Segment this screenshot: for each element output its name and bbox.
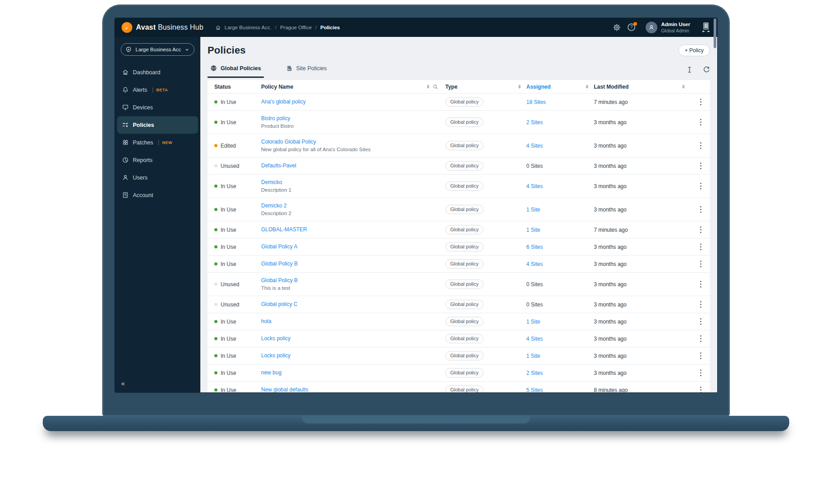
assigned-sites-link[interactable]: 2 Sites: [526, 119, 543, 126]
row-actions-kebab-icon[interactable]: [696, 97, 705, 107]
assigned-sites-link[interactable]: 2 Sites: [526, 370, 543, 376]
policy-name-link[interactable]: New global defaults: [261, 386, 308, 392]
status-label: In Use: [221, 99, 236, 105]
sort-icon[interactable]: [518, 85, 521, 89]
search-icon[interactable]: [433, 84, 438, 90]
policy-description: New global policy for all of Ana's Color…: [261, 146, 439, 153]
row-actions-kebab-icon[interactable]: [696, 368, 705, 378]
sidebar-collapse-button[interactable]: «: [121, 379, 125, 387]
policy-name-link[interactable]: Locks policy: [261, 335, 290, 342]
status-dot: [214, 245, 217, 248]
table-row: In Use hola Global policy 1 Site 3 month…: [208, 313, 710, 330]
sort-icon[interactable]: [427, 85, 430, 89]
assigned-cell: 5 Sites: [525, 387, 592, 393]
shield-icon: [125, 46, 132, 53]
column-header-type[interactable]: Type: [443, 84, 525, 90]
assigned-sites-link[interactable]: 1 Site: [526, 353, 540, 359]
policy-name-link[interactable]: hola: [261, 318, 271, 325]
assigned-sites-link[interactable]: 1 Site: [526, 227, 540, 233]
policy-name-link[interactable]: Demicko: [261, 179, 282, 186]
breadcrumb-site[interactable]: Prague Office: [280, 25, 312, 30]
tab-global-policies[interactable]: Global Policies: [208, 65, 264, 78]
edit-columns-icon[interactable]: [686, 66, 693, 73]
policy-name-link[interactable]: Global Policy B: [261, 277, 298, 284]
row-actions-kebab-icon[interactable]: [696, 141, 705, 151]
chevron-down-icon: [185, 47, 190, 52]
type-cell: Global policy: [443, 279, 525, 289]
policy-name-link[interactable]: GLOBAL-MASTER: [261, 226, 307, 234]
help-icon[interactable]: ?: [627, 23, 636, 32]
sidebar-item-reports[interactable]: Reports: [117, 151, 198, 169]
sidebar-item-patches[interactable]: Patches NEW: [117, 134, 198, 151]
sidebar-item-devices[interactable]: Devices: [117, 99, 198, 116]
policy-name-link[interactable]: Demicko 2: [261, 202, 287, 210]
assigned-sites-link[interactable]: 5 Sites: [526, 387, 543, 393]
account-selector[interactable]: Large Business Acc.: [121, 43, 194, 56]
column-header-last-modified[interactable]: Last Modified: [592, 84, 691, 90]
row-actions-kebab-icon[interactable]: [696, 117, 705, 127]
row-actions-kebab-icon[interactable]: [696, 225, 705, 235]
policy-name-link[interactable]: Bistro policy: [261, 115, 290, 122]
sidebar-item-account[interactable]: Account: [117, 186, 198, 204]
site-switcher-icon[interactable]: [701, 22, 711, 33]
row-actions-kebab-icon[interactable]: [696, 300, 705, 310]
assigned-sites-link[interactable]: 1 Site: [526, 207, 540, 213]
status-dot: [214, 262, 217, 266]
assigned-sites-link[interactable]: 4 Sites: [526, 336, 543, 342]
assigned-sites-link[interactable]: 6 Sites: [526, 244, 543, 250]
row-actions-kebab-icon[interactable]: [696, 334, 705, 344]
policy-name-link[interactable]: Colorado Global Policy: [261, 138, 316, 146]
sidebar-item-policies[interactable]: Policies: [117, 116, 198, 134]
policies-icon: [122, 122, 129, 128]
alerts-bell-icon: [122, 86, 129, 93]
last-modified-cell: 3 months ago: [592, 163, 691, 169]
status-label: In Use: [221, 261, 236, 267]
row-actions-kebab-icon[interactable]: [696, 351, 705, 361]
status-dot: [214, 208, 217, 211]
refresh-icon[interactable]: [703, 66, 710, 73]
policy-type-badge: Global policy: [445, 385, 484, 392]
column-header-assigned[interactable]: Assigned: [525, 84, 592, 90]
policy-name-link[interactable]: Global Policy A: [261, 243, 298, 251]
assigned-sites-link[interactable]: 1 Site: [526, 319, 540, 325]
policy-name-link[interactable]: new bug: [261, 369, 281, 377]
row-actions-kebab-icon[interactable]: [696, 181, 705, 191]
vertical-scrollbar[interactable]: [714, 18, 716, 48]
row-actions-kebab-icon[interactable]: [696, 259, 705, 269]
status-dot: [214, 164, 217, 167]
row-actions-kebab-icon[interactable]: [696, 385, 705, 393]
sidebar-item-alerts[interactable]: Alerts BETA: [117, 81, 198, 99]
policy-name-link[interactable]: Defaults-Pavel: [261, 162, 296, 170]
policy-name-link[interactable]: Global Policy B: [261, 260, 298, 268]
type-cell: Global policy: [443, 161, 525, 171]
assigned-sites-link[interactable]: 4 Sites: [526, 183, 543, 189]
avatar: [646, 22, 657, 33]
row-actions-kebab-icon[interactable]: [696, 161, 705, 171]
policy-name-link[interactable]: Ana's global policy: [261, 98, 306, 106]
assigned-sites-link[interactable]: 18 Sites: [526, 99, 546, 105]
sort-icon[interactable]: [682, 85, 685, 89]
row-actions-kebab-icon[interactable]: [696, 317, 705, 327]
home-icon[interactable]: [215, 25, 221, 31]
sort-icon[interactable]: [586, 85, 588, 89]
policy-name-cell: hola: [259, 318, 443, 325]
column-header-policy-name[interactable]: Policy Name: [259, 84, 443, 90]
policy-name-link[interactable]: Locks policy: [261, 352, 290, 360]
user-menu[interactable]: Admin User Global Admin: [646, 22, 690, 33]
row-actions-kebab-icon[interactable]: [696, 279, 705, 289]
assigned-sites-link[interactable]: 4 Sites: [526, 261, 543, 267]
policy-name-link[interactable]: Global policy C: [261, 301, 298, 308]
row-actions-kebab-icon[interactable]: [696, 205, 705, 215]
policy-type-badge: Global policy: [445, 117, 484, 127]
row-actions-kebab-icon[interactable]: [696, 242, 705, 252]
column-header-status[interactable]: Status: [208, 84, 259, 90]
sidebar-item-dashboard[interactable]: Dashboard: [117, 63, 198, 81]
assigned-cell: 4 Sites: [525, 336, 592, 342]
tab-site-policies[interactable]: Site Policies: [284, 65, 330, 78]
settings-gear-icon[interactable]: [613, 23, 621, 32]
assigned-sites-link[interactable]: 4 Sites: [526, 143, 543, 149]
sidebar-item-users[interactable]: Users: [117, 169, 198, 186]
sidebar-nav: Dashboard Alerts BETA Devices Policies: [115, 63, 200, 204]
breadcrumb-account[interactable]: Large Business Acc.: [225, 25, 271, 30]
add-policy-button[interactable]: + Policy: [678, 45, 710, 56]
